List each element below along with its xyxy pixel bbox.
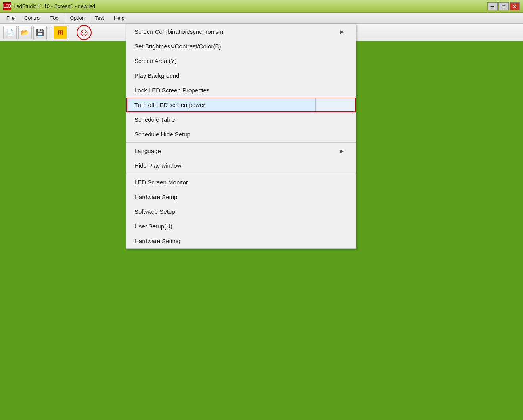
menu-bar: File Control Tool Option Test Help — [0, 13, 523, 24]
close-button[interactable]: ✕ — [510, 2, 520, 10]
grid-button[interactable]: ⊞ — [54, 26, 67, 39]
title-bar: LED LedStudio11.10 - Screen1 - new.lsd ─… — [0, 0, 523, 13]
window-title: LedStudio11.10 - Screen1 - new.lsd — [13, 3, 487, 9]
save-button[interactable]: 💾 — [33, 26, 47, 39]
menu-software-setup[interactable]: Software Setup — [126, 204, 356, 219]
separator-2 — [126, 174, 356, 174]
language-arrow: ▶ — [340, 148, 344, 154]
menu-screen-combination[interactable]: Screen Combination/synchronism ▶ — [126, 24, 356, 39]
menu-file[interactable]: File — [2, 13, 19, 23]
menu-user-setup[interactable]: User Setup(U) — [126, 219, 356, 234]
menu-led-monitor[interactable]: LED Screen Monitor — [126, 175, 356, 190]
menu-tool[interactable]: Tool — [46, 13, 65, 23]
menu-control[interactable]: Control — [19, 13, 46, 23]
menu-hide-play[interactable]: Hide Play window — [126, 158, 356, 173]
app-icon: LED — [3, 2, 11, 10]
menu-turn-off-led[interactable]: Turn off LED screen power — [126, 98, 356, 112]
maximize-button[interactable]: □ — [498, 2, 509, 10]
menu-option[interactable]: Option — [65, 13, 90, 23]
menu-test[interactable]: Test — [90, 13, 109, 23]
toolbar-separator — [50, 27, 50, 38]
new-button[interactable]: 📄 — [3, 26, 17, 39]
menu-screen-area[interactable]: Screen Area (Y) — [126, 54, 356, 68]
minimize-button[interactable]: ─ — [487, 2, 498, 10]
open-button[interactable]: 📂 — [18, 26, 32, 39]
menu-schedule-hide[interactable]: Schedule Hide Setup — [126, 127, 356, 142]
menu-language[interactable]: Language ▶ — [126, 144, 356, 158]
option-dropdown-menu: Screen Combination/synchronism ▶ Set Bri… — [126, 24, 356, 249]
highlighted-right-panel — [315, 98, 355, 111]
menu-schedule-table[interactable]: Schedule Table — [126, 112, 356, 127]
smiley-icon: ☺ — [77, 25, 92, 40]
menu-brightness[interactable]: Set Brightness/Contrast/Color(B) — [126, 39, 356, 54]
menu-help[interactable]: Help — [109, 13, 129, 23]
menu-hardware-setup[interactable]: Hardware Setup — [126, 190, 356, 204]
submenu-arrow: ▶ — [340, 29, 344, 35]
menu-play-background[interactable]: Play Background — [126, 68, 356, 83]
window-controls: ─ □ ✕ — [487, 2, 520, 10]
menu-lock-led[interactable]: Lock LED Screen Properties — [126, 83, 356, 98]
separator-1 — [126, 142, 356, 143]
menu-hardware-setting[interactable]: Hardware Setting — [126, 234, 356, 248]
